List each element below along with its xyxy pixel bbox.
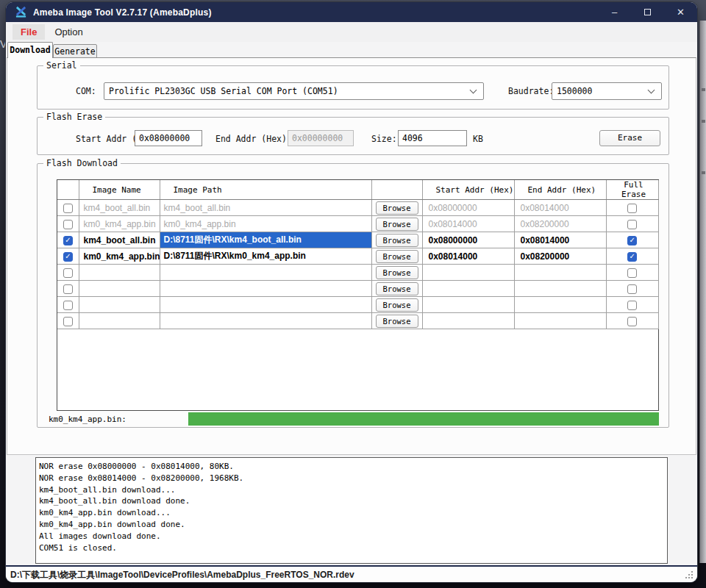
browse-cell: Browse — [371, 281, 422, 297]
browse-button[interactable]: Browse — [376, 234, 418, 247]
row-select-checkbox[interactable] — [63, 284, 73, 294]
size-input[interactable]: 4096 — [398, 130, 467, 146]
image-path-cell[interactable] — [160, 313, 371, 329]
row-select-cell — [57, 281, 79, 297]
start-addr-cell[interactable]: 0x08014000 — [422, 248, 514, 265]
image-path-cell[interactable] — [160, 281, 371, 297]
start-addr-input[interactable]: 0x08000000 — [135, 130, 202, 146]
full-erase-cell — [606, 313, 658, 329]
resize-grip-icon[interactable] — [691, 577, 693, 578]
tab-generate[interactable]: Generate — [53, 44, 97, 58]
browse-button[interactable]: Browse — [376, 298, 418, 312]
baudrate-select[interactable]: 1500000 — [552, 82, 662, 100]
row-select-checkbox[interactable] — [63, 268, 73, 278]
maximize-button[interactable] — [631, 2, 664, 22]
end-addr-cell[interactable]: 0x08014000 — [514, 200, 606, 216]
end-addr-cell[interactable] — [514, 281, 606, 297]
full-erase-checkbox[interactable] — [627, 220, 637, 229]
row-select-checkbox[interactable] — [63, 317, 73, 326]
image-name-cell[interactable] — [79, 281, 160, 297]
progress-label: km0_km4_app.bin: — [49, 415, 126, 424]
minimize-button[interactable]: – — [598, 2, 631, 22]
browse-button[interactable]: Browse — [376, 315, 418, 328]
browse-cell: Browse — [371, 232, 422, 248]
full-erase-cell — [606, 281, 658, 297]
start-addr-cell[interactable] — [422, 265, 514, 281]
size-unit-label: KB — [473, 134, 483, 144]
full-erase-cell — [606, 216, 658, 232]
table-row: km4_boot_all.binD:\8711固件\RX\km4_boot_al… — [57, 232, 658, 248]
browse-cell: Browse — [371, 216, 422, 232]
full-erase-checkbox[interactable] — [627, 252, 637, 262]
menu-file[interactable]: File — [13, 24, 45, 40]
row-select-checkbox[interactable] — [63, 236, 73, 245]
size-label: Size: — [371, 134, 397, 144]
end-addr-cell[interactable]: 0x08014000 — [514, 232, 606, 248]
full-erase-cell — [606, 248, 658, 265]
image-name-cell[interactable] — [79, 313, 160, 329]
end-addr-input: 0x00000000 — [288, 130, 354, 146]
image-name-cell[interactable] — [79, 265, 160, 281]
browse-cell: Browse — [371, 297, 422, 313]
tabstrip: Download Generate — [6, 42, 697, 58]
image-path-cell[interactable] — [160, 297, 371, 313]
full-erase-checkbox[interactable] — [627, 301, 637, 310]
row-select-checkbox[interactable] — [63, 220, 73, 229]
close-button[interactable]: ✕ — [664, 2, 697, 22]
end-addr-cell[interactable] — [514, 297, 606, 313]
image-path-cell[interactable]: km0_km4_app.bin — [160, 216, 371, 232]
row-select-cell — [57, 248, 79, 265]
full-erase-checkbox[interactable] — [627, 236, 637, 245]
end-addr-cell[interactable] — [514, 265, 606, 281]
log-line: NOR erase 0x08014000 - 0x08200000, 1968K… — [39, 473, 664, 484]
image-name-cell[interactable]: km4_boot_all.bin — [79, 200, 160, 216]
window-title: Ameba Image Tool V2.7.17 (AmebaDplus) — [33, 7, 212, 18]
image-path-cell[interactable]: D:\8711固件\RX\km4_boot_all.bin — [160, 232, 371, 248]
start-addr-cell[interactable] — [422, 297, 514, 313]
image-path-cell[interactable]: D:\8711固件\RX\km0_km4_app.bin — [160, 248, 371, 265]
flash-download-legend: Flash Download — [43, 158, 121, 168]
col-select — [57, 180, 79, 200]
end-addr-cell[interactable]: 0x08200000 — [514, 216, 606, 232]
row-select-checkbox[interactable] — [63, 204, 73, 213]
menu-option[interactable]: Option — [46, 24, 90, 40]
image-path-cell[interactable] — [160, 265, 371, 281]
statusbar: D:\下载工具\烧录工具\ImageTool\DeviceProfiles\Am… — [6, 565, 697, 582]
full-erase-cell — [606, 232, 658, 248]
start-addr-cell[interactable]: 0x08000000 — [422, 232, 514, 248]
sliver-mark — [702, 120, 705, 123]
start-addr-cell[interactable]: 0x08014000 — [422, 216, 514, 232]
start-addr-cell[interactable]: 0x08000000 — [422, 200, 514, 216]
end-addr-cell[interactable] — [514, 313, 606, 329]
image-name-cell[interactable]: km4_boot_all.bin — [79, 232, 160, 248]
start-addr-cell[interactable] — [422, 313, 514, 329]
log-output[interactable]: NOR erase 0x08000000 - 0x08014000, 80KB.… — [35, 457, 668, 564]
log-line: COM51 is closed. — [39, 542, 664, 554]
col-image-path: Image Path — [160, 180, 371, 200]
start-addr-cell[interactable] — [422, 281, 514, 297]
row-select-cell — [57, 297, 79, 313]
image-path-cell[interactable]: km4_boot_all.bin — [160, 200, 371, 216]
full-erase-checkbox[interactable] — [627, 268, 637, 278]
row-select-checkbox[interactable] — [63, 252, 73, 262]
full-erase-checkbox[interactable] — [627, 284, 637, 294]
browse-button[interactable]: Browse — [376, 201, 418, 215]
row-select-checkbox[interactable] — [63, 301, 73, 310]
browse-button[interactable]: Browse — [376, 266, 418, 279]
full-erase-cell — [606, 265, 658, 281]
tab-download[interactable]: Download — [7, 42, 53, 58]
sliver-mark — [702, 88, 705, 91]
image-name-cell[interactable]: km0_km4_app.bin — [79, 216, 160, 232]
erase-button[interactable]: Erase — [599, 130, 660, 146]
browse-button[interactable]: Browse — [376, 282, 418, 295]
col-full-erase: Full Erase — [606, 180, 658, 200]
full-erase-checkbox[interactable] — [627, 317, 637, 326]
browse-button[interactable]: Browse — [376, 218, 418, 231]
full-erase-checkbox[interactable] — [627, 204, 637, 213]
browse-button[interactable]: Browse — [376, 250, 418, 263]
browse-cell: Browse — [371, 200, 422, 216]
image-name-cell[interactable] — [79, 297, 160, 313]
end-addr-cell[interactable]: 0x08200000 — [514, 248, 606, 265]
image-name-cell[interactable]: km0_km4_app.bin — [79, 248, 160, 265]
com-port-select[interactable]: Prolific PL2303GC USB Serial COM Port (C… — [104, 82, 484, 100]
